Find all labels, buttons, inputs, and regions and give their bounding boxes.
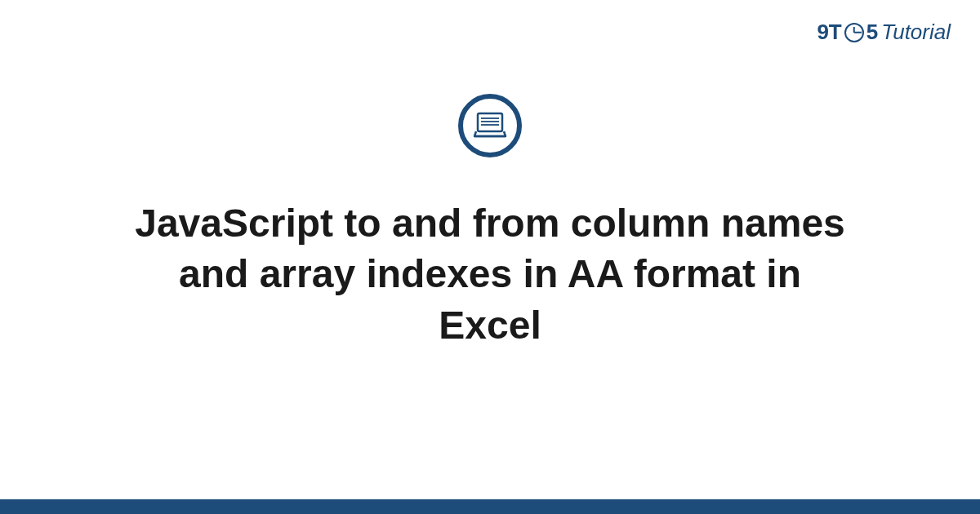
main-content: JavaScript to and from column names and … — [0, 94, 980, 351]
clock-icon — [844, 23, 864, 42]
page-title: JavaScript to and from column names and … — [122, 198, 858, 351]
laptop-icon-circle — [458, 94, 522, 157]
site-logo: 9T 5 Tutorial — [817, 20, 951, 45]
logo-text-5: 5 — [866, 20, 878, 45]
logo-text-tutorial: Tutorial — [881, 20, 951, 45]
svg-rect-0 — [478, 113, 502, 131]
laptop-icon — [473, 112, 507, 140]
logo-text-9t: 9T — [817, 20, 841, 45]
footer-accent-bar — [0, 499, 980, 514]
